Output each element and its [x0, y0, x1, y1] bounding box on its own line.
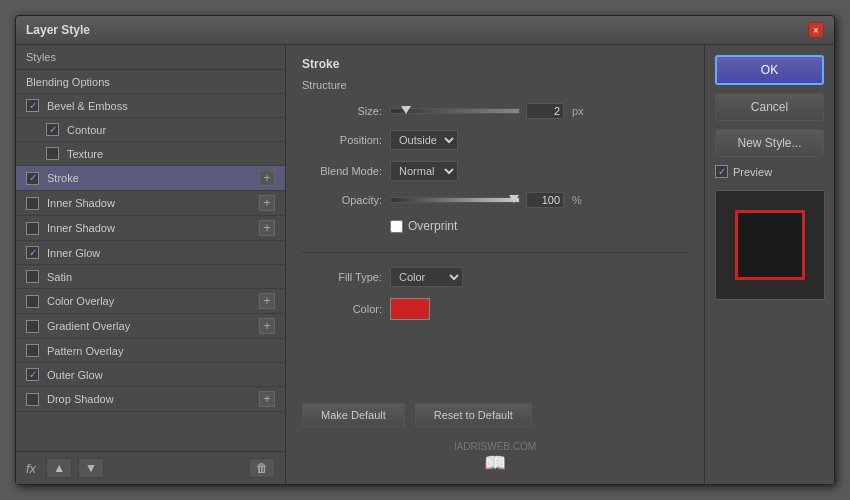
preview-canvas — [715, 190, 825, 300]
opacity-row: Opacity: 100 % — [302, 192, 688, 208]
sidebar-item-outer-glow[interactable]: Outer Glow — [16, 363, 285, 387]
sidebar-item-label: Outer Glow — [47, 369, 275, 381]
new-style-button[interactable]: New Style... — [715, 129, 824, 157]
ok-button[interactable]: OK — [715, 55, 824, 85]
add-drop-shadow-button[interactable]: + — [259, 391, 275, 407]
sidebar-item-label: Blending Options — [26, 76, 275, 88]
sidebar-item-satin[interactable]: Satin — [16, 265, 285, 289]
sidebar-item-label: Satin — [47, 271, 275, 283]
preview-square — [735, 210, 805, 280]
move-up-button[interactable]: ▲ — [46, 458, 72, 478]
checkbox-bevel-emboss[interactable] — [26, 99, 39, 112]
sidebar-item-contour[interactable]: Contour — [16, 118, 285, 142]
add-gradient-overlay-button[interactable]: + — [259, 318, 275, 334]
checkbox-color-overlay[interactable] — [26, 295, 39, 308]
add-stroke-button[interactable]: + — [259, 170, 275, 186]
sidebar-item-texture[interactable]: Texture — [16, 142, 285, 166]
blend-mode-row: Blend Mode: Normal Multiply Screen Overl… — [302, 161, 688, 181]
checkbox-drop-shadow[interactable] — [26, 393, 39, 406]
checkbox-texture[interactable] — [46, 147, 59, 160]
sidebar-item-inner-shadow-1[interactable]: Inner Shadow + — [16, 191, 285, 216]
fill-type-row: Fill Type: Color Gradient Pattern — [302, 267, 688, 287]
preview-label-text: Preview — [733, 166, 772, 178]
size-slider[interactable] — [390, 108, 520, 114]
checkbox-pattern-overlay[interactable] — [26, 344, 39, 357]
sidebar-item-label: Inner Shadow — [47, 197, 255, 209]
sidebar-item-label: Drop Shadow — [47, 393, 255, 405]
watermark-text: IADRISWEB.COM — [454, 441, 536, 452]
dialog-title: Layer Style — [26, 23, 90, 37]
title-bar: Layer Style × — [16, 16, 834, 45]
sidebar-item-pattern-overlay[interactable]: Pattern Overlay — [16, 339, 285, 363]
position-select[interactable]: Outside Inside Center — [390, 130, 458, 150]
size-label: Size: — [302, 105, 382, 117]
color-row: Color: — [302, 298, 688, 320]
checkbox-inner-shadow-2[interactable] — [26, 222, 39, 235]
sidebar-item-label: Inner Glow — [47, 247, 275, 259]
layer-style-dialog: Layer Style × Styles Blending Options Be… — [15, 15, 835, 485]
opacity-slider-thumb[interactable] — [509, 195, 519, 203]
size-unit: px — [572, 105, 584, 117]
sidebar-item-inner-shadow-2[interactable]: Inner Shadow + — [16, 216, 285, 241]
sidebar-item-bevel-emboss[interactable]: Bevel & Emboss — [16, 94, 285, 118]
checkbox-inner-shadow-1[interactable] — [26, 197, 39, 210]
sidebar-item-drop-shadow[interactable]: Drop Shadow + — [16, 387, 285, 412]
fill-type-select[interactable]: Color Gradient Pattern — [390, 267, 463, 287]
opacity-slider[interactable] — [390, 197, 520, 203]
color-label: Color: — [302, 303, 382, 315]
styles-list: Blending Options Bevel & Emboss Contour … — [16, 70, 285, 451]
watermark: IADRISWEB.COM 📖 — [302, 441, 688, 472]
blend-mode-label: Blend Mode: — [302, 165, 382, 177]
sidebar-item-label: Pattern Overlay — [47, 345, 275, 357]
watermark-icon: 📖 — [484, 454, 506, 472]
checkbox-stroke[interactable] — [26, 172, 39, 185]
checkbox-contour[interactable] — [46, 123, 59, 136]
middle-panel: Stroke Structure Size: 2 px Position: Ou… — [286, 45, 704, 484]
color-swatch[interactable] — [390, 298, 430, 320]
preview-checkbox[interactable] — [715, 165, 728, 178]
left-panel-footer: fx ▲ ▼ 🗑 — [16, 451, 285, 484]
size-input[interactable]: 2 — [526, 103, 564, 119]
sidebar-item-label: Stroke — [47, 172, 255, 184]
overprint-label: Overprint — [408, 219, 457, 233]
opacity-unit: % — [572, 194, 582, 206]
sidebar-item-inner-glow[interactable]: Inner Glow — [16, 241, 285, 265]
close-button[interactable]: × — [808, 22, 824, 38]
sidebar-item-label: Texture — [67, 148, 275, 160]
sidebar-item-color-overlay[interactable]: Color Overlay + — [16, 289, 285, 314]
size-row: Size: 2 px — [302, 103, 688, 119]
styles-header: Styles — [16, 45, 285, 70]
position-label: Position: — [302, 134, 382, 146]
checkbox-outer-glow[interactable] — [26, 368, 39, 381]
sidebar-item-label: Contour — [67, 124, 275, 136]
add-inner-shadow-2-button[interactable]: + — [259, 220, 275, 236]
reset-default-button[interactable]: Reset to Default — [415, 403, 532, 427]
sidebar-item-stroke[interactable]: Stroke + — [16, 166, 285, 191]
overprint-checkbox[interactable] — [390, 220, 403, 233]
checkbox-gradient-overlay[interactable] — [26, 320, 39, 333]
checkbox-inner-glow[interactable] — [26, 246, 39, 259]
delete-style-button[interactable]: 🗑 — [249, 458, 275, 478]
sidebar-item-blending-options[interactable]: Blending Options — [16, 70, 285, 94]
size-slider-thumb[interactable] — [401, 106, 411, 114]
cancel-button[interactable]: Cancel — [715, 93, 824, 121]
checkbox-satin[interactable] — [26, 270, 39, 283]
left-panel: Styles Blending Options Bevel & Emboss C… — [16, 45, 286, 484]
sidebar-item-label: Gradient Overlay — [47, 320, 255, 332]
sidebar-item-label: Color Overlay — [47, 295, 255, 307]
sidebar-item-label: Bevel & Emboss — [47, 100, 275, 112]
action-buttons: Make Default Reset to Default — [302, 393, 688, 427]
position-row: Position: Outside Inside Center — [302, 130, 688, 150]
sub-section-title: Structure — [302, 79, 688, 91]
add-color-overlay-button[interactable]: + — [259, 293, 275, 309]
blend-mode-select[interactable]: Normal Multiply Screen Overlay — [390, 161, 458, 181]
add-inner-shadow-1-button[interactable]: + — [259, 195, 275, 211]
make-default-button[interactable]: Make Default — [302, 403, 405, 427]
move-down-button[interactable]: ▼ — [78, 458, 104, 478]
opacity-input[interactable]: 100 — [526, 192, 564, 208]
fill-type-label: Fill Type: — [302, 271, 382, 283]
dialog-body: Styles Blending Options Bevel & Emboss C… — [16, 45, 834, 484]
size-slider-container: 2 px — [390, 103, 688, 119]
sidebar-item-gradient-overlay[interactable]: Gradient Overlay + — [16, 314, 285, 339]
section-title: Stroke — [302, 57, 688, 71]
